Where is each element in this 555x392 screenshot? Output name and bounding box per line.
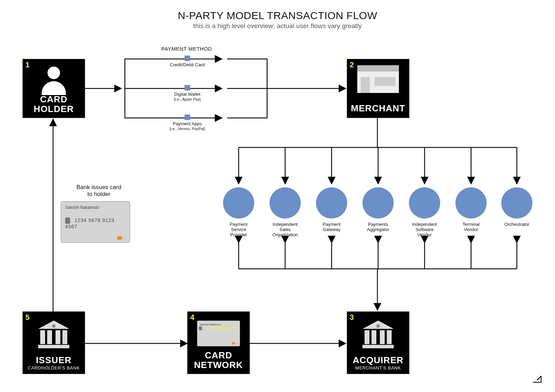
card-brand-icon [232, 342, 238, 344]
node-label: CARD [205, 350, 232, 360]
node-sublabel: CARDHOLDER'S BANK [23, 366, 85, 370]
svg-rect-42 [38, 345, 69, 348]
node-label: NETWORK [194, 360, 243, 370]
provider-psp: Payment Service Provider [223, 187, 254, 238]
provider-circle-icon [362, 187, 394, 219]
card-name: Satoshi Nakamoto [200, 323, 237, 326]
svg-rect-25 [357, 65, 399, 71]
card-number: 1234 5678 9123 4567 [205, 326, 238, 330]
node-label: ISSUER [36, 355, 72, 365]
provider-circle-icon [455, 187, 487, 219]
bank-icon [362, 321, 394, 348]
provider-label: Payments Aggregator [367, 222, 389, 232]
provider-terminal: Terminal Vendor [455, 187, 487, 232]
node-issuer: 5 ISSUER CARDHOLDER'S BANK [23, 312, 85, 374]
svg-rect-35 [362, 345, 394, 348]
pm-card: Credit/Debit Card [160, 56, 215, 67]
provider-isv: Independent Software Vendor [409, 187, 440, 238]
provider-label: Terminal Vendor [462, 222, 479, 232]
card-chip-icon [65, 218, 70, 224]
card-number: 1234 5678 9123 4567 [65, 218, 114, 229]
node-label: ACQUIRER [353, 355, 404, 365]
provider-circle-icon [270, 187, 301, 219]
card-brand-icon [117, 236, 126, 240]
provider-circle-icon [409, 187, 440, 219]
watermark-icon [531, 374, 545, 386]
person-icon [42, 67, 66, 95]
provider-circle-icon [501, 187, 532, 219]
pm-label: Digital Wallet [174, 92, 200, 97]
svg-point-37 [52, 324, 56, 328]
card-name: Satoshi Nakamoto [65, 205, 126, 210]
node-sublabel: MERCHANT'S BANK [347, 366, 409, 370]
pm-label: Payment Apps [173, 121, 202, 126]
svg-point-30 [376, 324, 380, 328]
node-number: 4 [190, 313, 194, 322]
svg-rect-39 [47, 330, 52, 344]
card-chip-icon [199, 326, 202, 330]
node-acquirer: 3 ACQUIRER MERCHANT'S BANK [347, 312, 409, 374]
svg-rect-33 [380, 330, 385, 344]
card-chip-icon [185, 114, 190, 120]
provider-circle-icon [223, 187, 254, 219]
node-number: 2 [350, 60, 354, 69]
node-number: 5 [25, 313, 29, 322]
provider-circle-icon [316, 187, 347, 219]
node-merchant: 2 MERCHANT [347, 59, 409, 118]
svg-rect-41 [62, 330, 67, 344]
provider-label: Payment Service Provider [230, 222, 247, 237]
svg-rect-40 [56, 330, 60, 344]
pm-note: [i.e., Venmo, PayPal] [170, 127, 205, 131]
card-chip-icon [185, 85, 190, 91]
pm-label: Credit/Debit Card [170, 62, 205, 67]
svg-rect-28 [375, 77, 395, 86]
diagram-canvas: N-PARTY MODEL TRANSACTION FLOW this is a… [0, 0, 555, 392]
provider-iso: Independent Sales Organization [270, 187, 301, 238]
svg-rect-38 [40, 330, 45, 344]
provider-orchestrator: Orchestrator [501, 187, 532, 227]
pm-apps: Payment Apps [i.e., Venmo, PayPal] [160, 114, 215, 131]
storefront-icon [357, 65, 399, 94]
provider-label: Payment Gateway [323, 222, 340, 232]
node-number: 1 [25, 60, 29, 69]
payment-method-heading: PAYMENT METHOD [161, 46, 212, 52]
svg-rect-31 [365, 330, 369, 344]
node-cardholder: 1 CARD HOLDER [23, 59, 85, 118]
provider-label: Independent Sales Organization [272, 222, 298, 237]
caption-line: to holder [87, 191, 110, 197]
provider-aggregator: Payments Aggregator [362, 187, 394, 232]
pm-note: [i.e., Apple Pay] [174, 97, 200, 101]
node-card-network: 4 Satoshi Nakamoto 1234 5678 9123 4567 C… [187, 312, 250, 374]
svg-rect-34 [387, 330, 392, 344]
provider-label: Independent Software Vendor [412, 222, 437, 237]
credit-card-icon: Satoshi Nakamoto 1234 5678 9123 4567 [197, 321, 240, 346]
pm-wallet: Digital Wallet [i.e., Apple Pay] [160, 85, 215, 102]
provider-label: Orchestrator [504, 222, 529, 227]
card-chip-icon [185, 56, 190, 61]
svg-rect-32 [372, 330, 376, 344]
provider-gateway: Payment Gateway [316, 187, 347, 232]
caption-line: Bank issues card [76, 184, 121, 190]
issue-card-caption: Bank issues card to holder [64, 184, 134, 198]
svg-rect-27 [361, 77, 370, 93]
bank-icon [38, 321, 69, 348]
issued-credit-card: Satoshi Nakamoto 1234 5678 9123 4567 [61, 201, 130, 243]
node-label: CARD [40, 94, 67, 104]
node-number: 3 [350, 313, 354, 322]
node-label: HOLDER [34, 104, 74, 114]
node-label: MERCHANT [351, 103, 405, 113]
